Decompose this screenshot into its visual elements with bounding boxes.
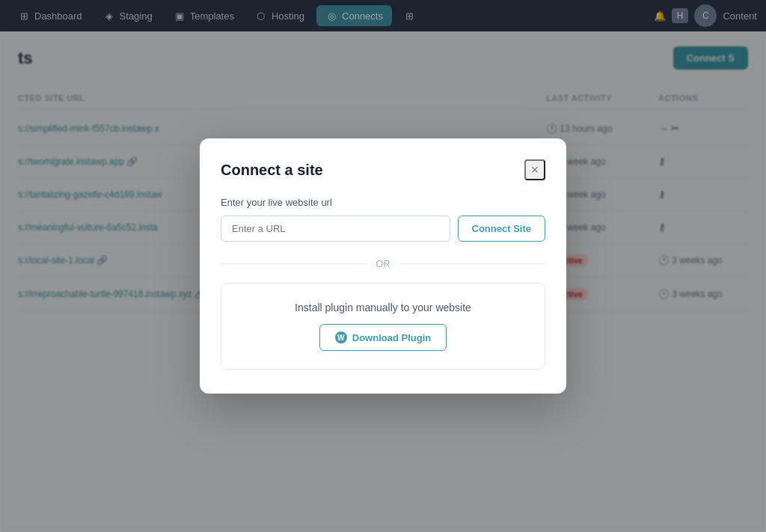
url-section-label: Enter your live website url [221, 197, 545, 208]
connect-site-modal: Connect a site × Enter your live website… [200, 138, 566, 394]
connect-site-button[interactable]: Connect Site [458, 215, 545, 242]
url-input-row: Connect Site [221, 215, 545, 242]
wordpress-icon: W [335, 331, 347, 343]
or-divider: OR [221, 258, 545, 269]
plugin-section: Install plugin manually to your website … [221, 283, 545, 370]
modal-close-button[interactable]: × [524, 159, 545, 180]
plugin-section-label: Install plugin manually to your website [236, 302, 530, 314]
download-plugin-label: Download Plugin [352, 332, 431, 343]
url-input[interactable] [221, 215, 450, 242]
download-plugin-button[interactable]: W Download Plugin [319, 324, 447, 351]
modal-overlay: Connect a site × Enter your live website… [0, 0, 766, 532]
modal-header: Connect a site × [221, 159, 545, 180]
modal-title: Connect a site [221, 162, 323, 179]
